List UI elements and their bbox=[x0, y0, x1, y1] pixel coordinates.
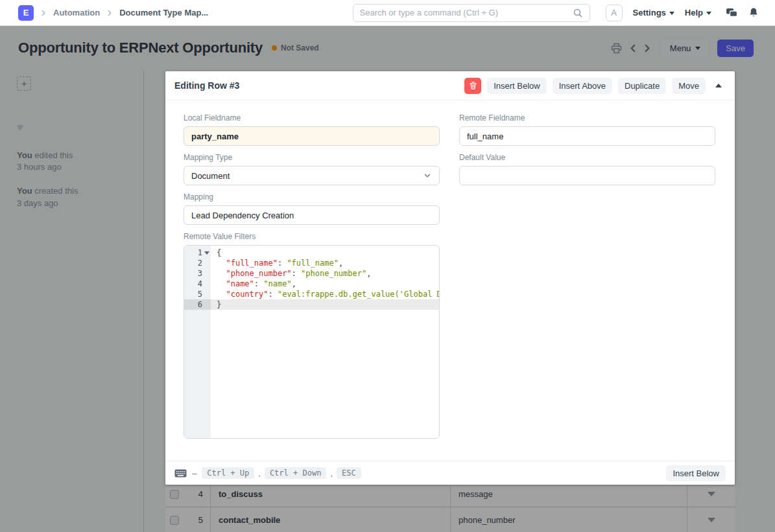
chevron-down-icon bbox=[669, 12, 674, 15]
default-value-input[interactable] bbox=[459, 166, 715, 185]
breadcrumb-automation[interactable]: Automation bbox=[53, 8, 100, 17]
field-label: Remote Value Filters bbox=[184, 232, 440, 241]
page-content: Opportunity to ERPNext Opportunity Not S… bbox=[0, 26, 775, 532]
code-line[interactable]: "phone_number": "phone_number", bbox=[211, 268, 439, 279]
move-button[interactable]: Move bbox=[672, 78, 706, 94]
editor-gutter: 123456 bbox=[184, 246, 211, 438]
gutter-line-number: 4 bbox=[184, 279, 211, 289]
panel-header: Editing Row #3 Insert Below Insert Above… bbox=[165, 71, 735, 100]
app-logo[interactable]: E bbox=[18, 5, 34, 21]
fold-caret-icon[interactable] bbox=[204, 251, 209, 255]
notifications-bell-icon[interactable] bbox=[748, 7, 759, 18]
field-label: Default Value bbox=[459, 153, 715, 162]
breadcrumb-document-type-mapping[interactable]: Document Type Map... bbox=[119, 8, 208, 17]
global-search[interactable] bbox=[353, 4, 590, 22]
code-line[interactable]: "full_name": "full_name", bbox=[211, 258, 439, 268]
field-label: Mapping Type bbox=[184, 153, 440, 162]
code-line[interactable]: "country": "eval:frappe.db.get_value('Gl… bbox=[211, 289, 439, 299]
kbd-separator: , bbox=[330, 468, 333, 478]
gutter-line-number: 1 bbox=[184, 248, 211, 258]
panel-body: Local Fieldname party_name Mapping Type … bbox=[165, 100, 735, 461]
search-input[interactable] bbox=[360, 8, 573, 17]
footer-insert-below-button[interactable]: Insert Below bbox=[666, 465, 726, 481]
user-avatar[interactable]: A bbox=[606, 5, 623, 21]
panel-footer: – Ctrl + Up,Ctrl + Down,ESC Insert Below bbox=[165, 461, 735, 485]
code-line[interactable]: "name": "name", bbox=[211, 279, 439, 289]
code-editor[interactable]: 123456 { "full_name": "full_name", "phon… bbox=[184, 245, 440, 439]
help-menu[interactable]: Help bbox=[685, 8, 711, 17]
chevron-right-icon bbox=[105, 8, 114, 17]
field-label: Mapping bbox=[184, 192, 440, 202]
grid-row-editing-panel: Editing Row #3 Insert Below Insert Above… bbox=[165, 71, 735, 485]
kbd-chip: Ctrl + Down bbox=[265, 467, 326, 479]
field-label: Remote Fieldname bbox=[459, 113, 715, 122]
settings-menu[interactable]: Settings bbox=[633, 8, 674, 17]
insert-below-button[interactable]: Insert Below bbox=[487, 78, 547, 94]
field-label: Local Fieldname bbox=[184, 113, 440, 122]
help-label: Help bbox=[685, 8, 703, 17]
avatar-letter: A bbox=[611, 8, 617, 17]
field-mapping-type: Mapping Type Document bbox=[184, 153, 440, 185]
app-logo-letter: E bbox=[23, 8, 29, 17]
remote-fieldname-input[interactable]: full_name bbox=[459, 126, 715, 146]
chevron-right-icon bbox=[39, 8, 48, 17]
mapping-input[interactable]: Lead Dependency Creation bbox=[184, 205, 440, 225]
form-column-right: Remote Fieldname full_name Default Value bbox=[459, 113, 715, 446]
shortcut-chips: Ctrl + Up,Ctrl + Down,ESC bbox=[202, 467, 361, 479]
trash-icon bbox=[469, 81, 477, 90]
keyboard-icon bbox=[174, 468, 187, 478]
insert-above-button[interactable]: Insert Above bbox=[553, 78, 612, 94]
kbd-chip: Ctrl + Up bbox=[202, 467, 254, 479]
app-window: E Automation Document Type Map... A Sett… bbox=[0, 0, 775, 532]
field-remote-fieldname: Remote Fieldname full_name bbox=[459, 113, 715, 146]
mapping-type-select[interactable]: Document bbox=[184, 166, 440, 185]
dash-separator: – bbox=[192, 468, 197, 478]
field-mapping: Mapping Lead Dependency Creation bbox=[184, 192, 440, 225]
gutter-line-number: 6 bbox=[184, 299, 211, 310]
code-line[interactable]: } bbox=[211, 299, 439, 310]
shortcut-hints: – Ctrl + Up,Ctrl + Down,ESC bbox=[174, 467, 361, 479]
navbar: E Automation Document Type Map... A Sett… bbox=[0, 0, 775, 26]
gutter-line-number: 2 bbox=[184, 258, 211, 268]
chevron-down-icon bbox=[706, 12, 711, 15]
code-line[interactable]: { bbox=[211, 248, 439, 258]
field-default-value: Default Value bbox=[459, 153, 715, 185]
search-icon bbox=[573, 8, 583, 18]
duplicate-button[interactable]: Duplicate bbox=[618, 78, 666, 94]
chevron-up-icon bbox=[715, 84, 722, 87]
collapse-row-button[interactable] bbox=[711, 81, 726, 90]
editor-code[interactable]: { "full_name": "full_name", "phone_numbe… bbox=[211, 246, 439, 438]
settings-label: Settings bbox=[633, 8, 666, 17]
local-fieldname-input[interactable]: party_name bbox=[184, 126, 440, 146]
navbar-right: A Settings Help bbox=[606, 5, 759, 21]
kbd-separator: , bbox=[258, 468, 261, 478]
gutter-line-number: 3 bbox=[184, 268, 211, 279]
delete-row-button[interactable] bbox=[464, 78, 481, 94]
panel-actions: Insert Below Insert Above Duplicate Move bbox=[464, 78, 726, 94]
kbd-chip: ESC bbox=[337, 467, 361, 479]
panel-title: Editing Row #3 bbox=[174, 80, 239, 91]
form-column-left: Local Fieldname party_name Mapping Type … bbox=[184, 113, 440, 446]
field-remote-value-filters: Remote Value Filters 123456 { "full_name… bbox=[184, 232, 440, 439]
chevron-down-icon bbox=[423, 171, 432, 180]
chat-icon[interactable] bbox=[726, 8, 738, 18]
gutter-line-number: 5 bbox=[184, 289, 211, 299]
field-local-fieldname: Local Fieldname party_name bbox=[184, 113, 440, 146]
mapping-type-value: Document bbox=[191, 171, 230, 181]
